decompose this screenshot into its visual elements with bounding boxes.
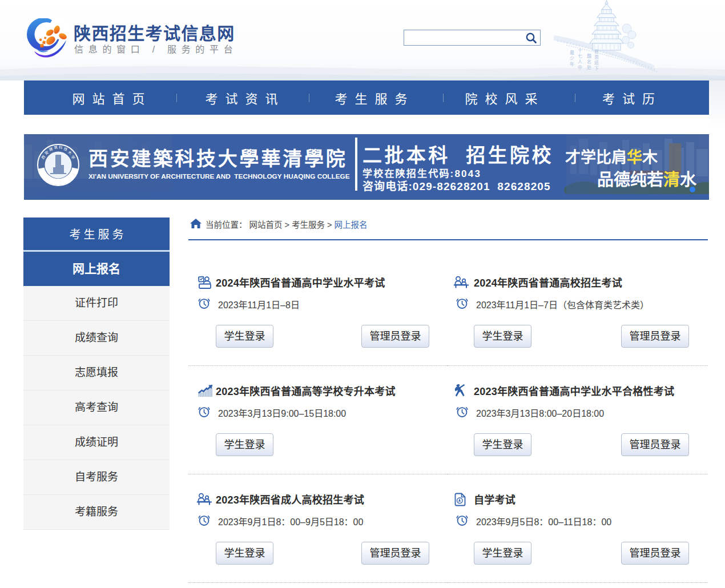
svg-text:慈恩塔下: 慈恩塔下	[594, 49, 599, 72]
svg-text:筑: 筑	[54, 144, 58, 150]
svg-text:最少年: 最少年	[569, 50, 574, 67]
svg-text:学: 学	[70, 154, 76, 160]
svg-text:科: 科	[59, 144, 63, 150]
svg-text:十七人中: 十七人中	[577, 47, 582, 71]
svg-text:題名处: 題名处	[586, 54, 591, 71]
